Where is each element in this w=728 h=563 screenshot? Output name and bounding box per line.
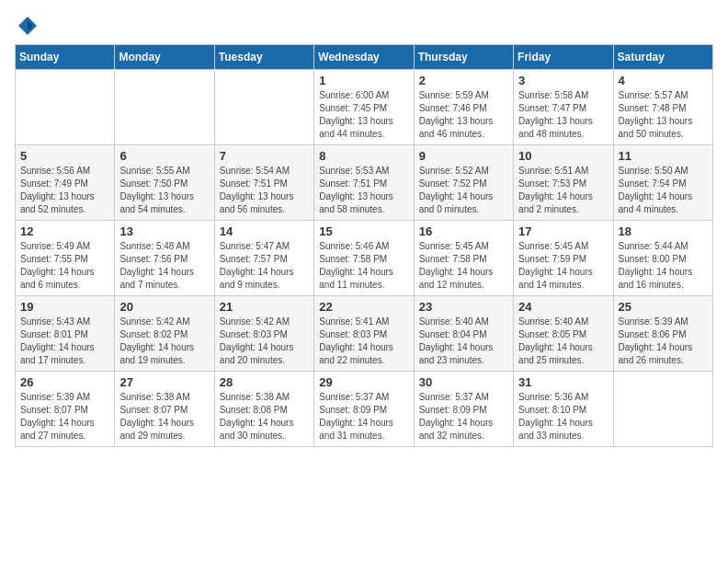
day-cell-9: 9Sunrise: 5:52 AM Sunset: 7:52 PM Daylig… — [414, 145, 513, 221]
day-cell-14: 14Sunrise: 5:47 AM Sunset: 7:57 PM Dayli… — [214, 221, 313, 296]
day-info: Sunrise: 5:45 AM Sunset: 7:59 PM Dayligh… — [518, 240, 608, 292]
day-info: Sunrise: 5:40 AM Sunset: 8:04 PM Dayligh… — [419, 316, 508, 367]
day-number: 16 — [419, 224, 508, 238]
day-number: 8 — [319, 149, 408, 163]
week-row-1: 1Sunrise: 6:00 AM Sunset: 7:45 PM Daylig… — [16, 70, 713, 145]
day-number: 24 — [518, 300, 608, 314]
day-number: 18 — [619, 224, 708, 238]
day-info: Sunrise: 5:56 AM Sunset: 7:49 PM Dayligh… — [20, 165, 109, 216]
day-cell-29: 29Sunrise: 5:37 AM Sunset: 8:09 PM Dayli… — [314, 372, 414, 447]
day-info: Sunrise: 5:48 AM Sunset: 7:56 PM Dayligh… — [119, 240, 209, 292]
day-cell-19: 19Sunrise: 5:43 AM Sunset: 8:01 PM Dayli… — [16, 296, 115, 372]
day-number: 7 — [220, 149, 309, 163]
day-cell-15: 15Sunrise: 5:46 AM Sunset: 7:58 PM Dayli… — [314, 221, 414, 296]
day-cell-12: 12Sunrise: 5:49 AM Sunset: 7:55 PM Dayli… — [16, 221, 115, 296]
day-info: Sunrise: 5:38 AM Sunset: 8:07 PM Dayligh… — [119, 391, 209, 442]
day-info: Sunrise: 6:00 AM Sunset: 7:45 PM Dayligh… — [319, 89, 408, 141]
day-cell-3: 3Sunrise: 5:58 AM Sunset: 7:47 PM Daylig… — [514, 70, 613, 145]
column-header-saturday: Saturday — [613, 45, 712, 70]
day-info: Sunrise: 5:49 AM Sunset: 7:55 PM Dayligh… — [20, 240, 109, 292]
empty-cell — [16, 70, 115, 145]
day-number: 30 — [419, 375, 508, 389]
calendar-table: SundayMondayTuesdayWednesdayThursdayFrid… — [15, 44, 713, 447]
column-header-thursday: Thursday — [414, 45, 513, 70]
day-number: 20 — [119, 300, 209, 314]
day-cell-8: 8Sunrise: 5:53 AM Sunset: 7:51 PM Daylig… — [314, 145, 414, 221]
day-cell-20: 20Sunrise: 5:42 AM Sunset: 8:02 PM Dayli… — [115, 296, 214, 372]
empty-cell — [613, 372, 712, 447]
header-row: SundayMondayTuesdayWednesdayThursdayFrid… — [16, 45, 713, 70]
day-info: Sunrise: 5:59 AM Sunset: 7:46 PM Dayligh… — [419, 89, 508, 141]
day-info: Sunrise: 5:54 AM Sunset: 7:51 PM Dayligh… — [220, 165, 309, 216]
day-info: Sunrise: 5:46 AM Sunset: 7:58 PM Dayligh… — [319, 240, 408, 292]
day-number: 11 — [619, 149, 708, 163]
day-number: 10 — [518, 149, 608, 163]
day-cell-31: 31Sunrise: 5:36 AM Sunset: 8:10 PM Dayli… — [514, 372, 613, 447]
day-number: 15 — [319, 224, 408, 238]
day-number: 26 — [20, 375, 109, 389]
day-number: 21 — [220, 300, 309, 314]
day-number: 5 — [20, 149, 109, 163]
day-info: Sunrise: 5:47 AM Sunset: 7:57 PM Dayligh… — [220, 240, 309, 292]
day-cell-30: 30Sunrise: 5:37 AM Sunset: 8:09 PM Dayli… — [414, 372, 513, 447]
day-info: Sunrise: 5:44 AM Sunset: 8:00 PM Dayligh… — [619, 240, 708, 292]
day-info: Sunrise: 5:39 AM Sunset: 8:07 PM Dayligh… — [20, 391, 109, 442]
day-cell-16: 16Sunrise: 5:45 AM Sunset: 7:58 PM Dayli… — [414, 221, 513, 296]
week-row-3: 12Sunrise: 5:49 AM Sunset: 7:55 PM Dayli… — [16, 221, 713, 296]
week-row-5: 26Sunrise: 5:39 AM Sunset: 8:07 PM Dayli… — [16, 372, 713, 447]
day-cell-26: 26Sunrise: 5:39 AM Sunset: 8:07 PM Dayli… — [16, 372, 115, 447]
day-number: 6 — [119, 149, 209, 163]
day-info: Sunrise: 5:55 AM Sunset: 7:50 PM Dayligh… — [119, 165, 209, 216]
day-info: Sunrise: 5:36 AM Sunset: 8:10 PM Dayligh… — [518, 391, 608, 442]
day-info: Sunrise: 5:41 AM Sunset: 8:03 PM Dayligh… — [319, 316, 408, 367]
day-cell-17: 17Sunrise: 5:45 AM Sunset: 7:59 PM Dayli… — [514, 221, 613, 296]
day-number: 2 — [419, 74, 508, 87]
day-info: Sunrise: 5:37 AM Sunset: 8:09 PM Dayligh… — [319, 391, 408, 442]
day-cell-23: 23Sunrise: 5:40 AM Sunset: 8:04 PM Dayli… — [414, 296, 513, 372]
day-number: 22 — [319, 300, 408, 314]
day-info: Sunrise: 5:51 AM Sunset: 7:53 PM Dayligh… — [518, 165, 608, 216]
day-cell-22: 22Sunrise: 5:41 AM Sunset: 8:03 PM Dayli… — [314, 296, 414, 372]
day-cell-11: 11Sunrise: 5:50 AM Sunset: 7:54 PM Dayli… — [613, 145, 712, 221]
day-cell-24: 24Sunrise: 5:40 AM Sunset: 8:05 PM Dayli… — [514, 296, 613, 372]
day-number: 27 — [119, 375, 209, 389]
day-cell-21: 21Sunrise: 5:42 AM Sunset: 8:03 PM Dayli… — [214, 296, 313, 372]
day-info: Sunrise: 5:58 AM Sunset: 7:47 PM Dayligh… — [518, 89, 608, 141]
day-cell-18: 18Sunrise: 5:44 AM Sunset: 8:00 PM Dayli… — [613, 221, 712, 296]
week-row-2: 5Sunrise: 5:56 AM Sunset: 7:49 PM Daylig… — [16, 145, 713, 221]
day-number: 29 — [319, 375, 408, 389]
day-info: Sunrise: 5:42 AM Sunset: 8:03 PM Dayligh… — [220, 316, 309, 367]
day-number: 13 — [119, 224, 209, 238]
day-cell-13: 13Sunrise: 5:48 AM Sunset: 7:56 PM Dayli… — [115, 221, 214, 296]
column-header-friday: Friday — [514, 45, 613, 70]
day-cell-25: 25Sunrise: 5:39 AM Sunset: 8:06 PM Dayli… — [613, 296, 712, 372]
day-cell-6: 6Sunrise: 5:55 AM Sunset: 7:50 PM Daylig… — [115, 145, 214, 221]
day-cell-10: 10Sunrise: 5:51 AM Sunset: 7:53 PM Dayli… — [514, 145, 613, 221]
day-number: 28 — [220, 375, 309, 389]
day-number: 31 — [518, 375, 608, 389]
day-cell-7: 7Sunrise: 5:54 AM Sunset: 7:51 PM Daylig… — [214, 145, 313, 221]
day-number: 4 — [619, 74, 708, 87]
empty-cell — [115, 70, 214, 145]
day-info: Sunrise: 5:38 AM Sunset: 8:08 PM Dayligh… — [220, 391, 309, 442]
logo — [15, 15, 39, 33]
day-info: Sunrise: 5:53 AM Sunset: 7:51 PM Dayligh… — [319, 165, 408, 216]
day-number: 3 — [518, 74, 608, 87]
column-header-wednesday: Wednesday — [314, 45, 414, 70]
day-cell-1: 1Sunrise: 6:00 AM Sunset: 7:45 PM Daylig… — [314, 70, 414, 145]
day-info: Sunrise: 5:45 AM Sunset: 7:58 PM Dayligh… — [419, 240, 508, 292]
day-cell-4: 4Sunrise: 5:57 AM Sunset: 7:48 PM Daylig… — [613, 70, 712, 145]
page-header — [15, 15, 713, 33]
day-number: 1 — [319, 74, 408, 87]
day-info: Sunrise: 5:42 AM Sunset: 8:02 PM Dayligh… — [119, 316, 209, 367]
day-number: 25 — [619, 300, 708, 314]
day-info: Sunrise: 5:57 AM Sunset: 7:48 PM Dayligh… — [619, 89, 708, 141]
day-info: Sunrise: 5:39 AM Sunset: 8:06 PM Dayligh… — [619, 316, 708, 367]
week-row-4: 19Sunrise: 5:43 AM Sunset: 8:01 PM Dayli… — [16, 296, 713, 372]
day-number: 14 — [220, 224, 309, 238]
day-cell-2: 2Sunrise: 5:59 AM Sunset: 7:46 PM Daylig… — [414, 70, 513, 145]
day-info: Sunrise: 5:43 AM Sunset: 8:01 PM Dayligh… — [20, 316, 109, 367]
column-header-tuesday: Tuesday — [214, 45, 313, 70]
day-number: 12 — [20, 224, 109, 238]
day-number: 17 — [518, 224, 608, 238]
